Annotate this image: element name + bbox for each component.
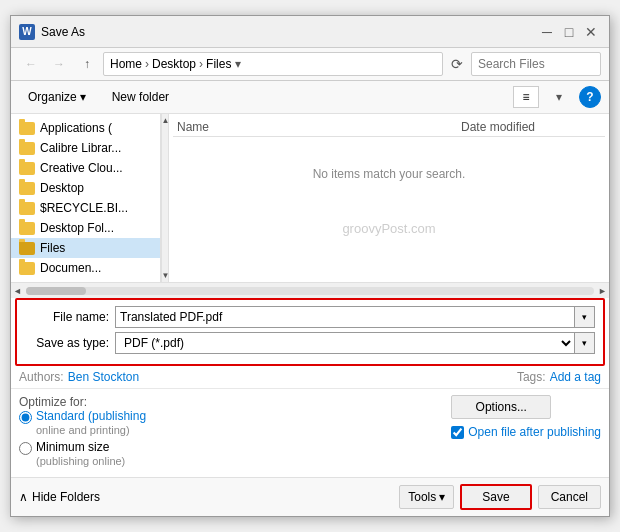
view-dropdown-button[interactable]: ▾ (547, 85, 571, 109)
hide-folders-arrow: ∧ (19, 490, 28, 504)
sidebar-item-applications[interactable]: Applications ( (11, 118, 160, 138)
filename-section: File name: ▾ Save as type: PDF (*.pdf) ▾ (15, 298, 605, 366)
folder-icon (19, 162, 35, 175)
filetype-select[interactable]: PDF (*.pdf) (115, 332, 575, 354)
app-icon: W (19, 24, 35, 40)
sidebar-item-label: Desktop Fol... (40, 221, 114, 235)
sidebar-item-label: Files (40, 241, 65, 255)
new-folder-button[interactable]: New folder (103, 85, 178, 109)
address-bar[interactable]: Home › Desktop › Files ▾ (103, 52, 443, 76)
standard-radio-row: Standard (publishing online and printing… (19, 409, 439, 437)
help-label: ? (586, 90, 593, 104)
save-button[interactable]: Save (460, 484, 531, 510)
folder-icon (19, 142, 35, 155)
minimum-radio-row: Minimum size (publishing online) (19, 440, 439, 468)
view-icon: ≡ (522, 90, 529, 104)
sidebar-item-label: Applications ( (40, 121, 112, 135)
filename-row: File name: ▾ (25, 306, 595, 328)
empty-message: No items match your search. (173, 137, 605, 211)
sidebar-item-label: Creative Clou... (40, 161, 123, 175)
organize-button[interactable]: Organize ▾ (19, 85, 95, 109)
options-section: Optimize for: Standard (publishing onlin… (11, 388, 609, 477)
sidebar-item-calibre[interactable]: Calibre Librar... (11, 138, 160, 158)
filename-dropdown-icon[interactable]: ▾ (575, 306, 595, 328)
address-dropdown-icon[interactable]: ▾ (235, 57, 241, 71)
horizontal-scrollbar[interactable]: ◄ ► (11, 282, 609, 298)
options-button[interactable]: Options... (451, 395, 551, 419)
dialog-title: Save As (41, 25, 537, 39)
tools-button[interactable]: Tools ▾ (399, 485, 454, 509)
address-home: Home (110, 57, 142, 71)
meta-row: Authors: Ben Stockton Tags: Add a tag (11, 366, 609, 388)
tools-label: Tools (408, 490, 436, 504)
view-button[interactable]: ≡ (513, 86, 539, 108)
sidebar-item-files[interactable]: Files (11, 238, 160, 258)
forward-button[interactable]: → (47, 52, 71, 76)
sidebar-item-desktop[interactable]: Desktop (11, 178, 160, 198)
authors-label: Authors: (19, 370, 64, 384)
toolbar: Organize ▾ New folder ≡ ▾ ? (11, 81, 609, 114)
sidebar-item-label: $RECYCLE.BI... (40, 201, 128, 215)
scroll-up-icon[interactable]: ▲ (160, 114, 169, 127)
sidebar-item-label: Documen... (40, 261, 101, 275)
standard-radio[interactable] (19, 411, 32, 424)
open-after-publishing-checkbox[interactable] (451, 426, 464, 439)
up-button[interactable]: ↑ (75, 52, 99, 76)
refresh-button[interactable]: ⟳ (447, 54, 467, 74)
right-options: Options... Open file after publishing (451, 395, 601, 471)
scroll-thumb[interactable] (26, 287, 86, 295)
sidebar-item-label: Desktop (40, 181, 84, 195)
optimize-label: Optimize for: (19, 395, 87, 409)
tools-arrow: ▾ (439, 490, 445, 504)
folder-icon (19, 202, 35, 215)
new-folder-label: New folder (112, 90, 169, 104)
bottom-bar: ∧ Hide Folders Tools ▾ Save Cancel (11, 477, 609, 516)
add-tag-link[interactable]: Add a tag (550, 370, 601, 384)
minimum-radio-label: Minimum size (publishing online) (36, 440, 125, 468)
hide-folders-button[interactable]: ∧ Hide Folders (19, 490, 100, 504)
scroll-right-icon[interactable]: ► (598, 286, 607, 296)
close-button[interactable]: ✕ (581, 22, 601, 42)
sidebar-item-label: Calibre Librar... (40, 141, 121, 155)
organize-arrow: ▾ (80, 90, 86, 104)
search-input[interactable] (471, 52, 601, 76)
title-controls: ─ □ ✕ (537, 22, 601, 42)
hide-folders-label: Hide Folders (32, 490, 100, 504)
col-name-header[interactable]: Name (177, 120, 461, 134)
open-after-publishing-label: Open file after publishing (468, 425, 601, 439)
sidebar-item-desktop-folder[interactable]: Desktop Fol... (11, 218, 160, 238)
minimize-button[interactable]: ─ (537, 22, 557, 42)
help-button[interactable]: ? (579, 86, 601, 108)
save-as-dialog: W Save As ─ □ ✕ ← → ↑ Home › Desktop › F… (10, 15, 610, 517)
col-date-header[interactable]: Date modified (461, 120, 601, 134)
back-button[interactable]: ← (19, 52, 43, 76)
tags-label: Tags: (517, 370, 546, 384)
scroll-left-icon[interactable]: ◄ (13, 286, 22, 296)
organize-label: Organize (28, 90, 77, 104)
nav-bar: ← → ↑ Home › Desktop › Files ▾ ⟳ (11, 48, 609, 81)
sidebar-item-documents[interactable]: Documen... (11, 258, 160, 278)
filename-label: File name: (25, 310, 115, 324)
optimize-group: Optimize for: Standard (publishing onlin… (19, 395, 439, 471)
address-files: Files (206, 57, 231, 71)
folder-icon (19, 242, 35, 255)
folder-icon (19, 122, 35, 135)
filename-input[interactable] (115, 306, 575, 328)
cancel-button[interactable]: Cancel (538, 485, 601, 509)
filetype-dropdown-icon[interactable]: ▾ (575, 332, 595, 354)
address-desktop: Desktop (152, 57, 196, 71)
title-bar: W Save As ─ □ ✕ (11, 16, 609, 48)
filetype-label: Save as type: (25, 336, 115, 350)
authors-value[interactable]: Ben Stockton (68, 370, 139, 384)
maximize-button[interactable]: □ (559, 22, 579, 42)
filetype-row: Save as type: PDF (*.pdf) ▾ (25, 332, 595, 354)
minimum-radio[interactable] (19, 442, 32, 455)
standard-radio-label: Standard (publishing online and printing… (36, 409, 146, 437)
file-list-header: Name Date modified (173, 118, 605, 137)
sidebar: Applications ( Calibre Librar... Creativ… (11, 114, 161, 282)
open-after-publishing-row[interactable]: Open file after publishing (451, 425, 601, 439)
scroll-down-icon[interactable]: ▼ (160, 269, 169, 282)
folder-icon (19, 182, 35, 195)
sidebar-item-recycle[interactable]: $RECYCLE.BI... (11, 198, 160, 218)
sidebar-item-creative-cloud[interactable]: Creative Clou... (11, 158, 160, 178)
